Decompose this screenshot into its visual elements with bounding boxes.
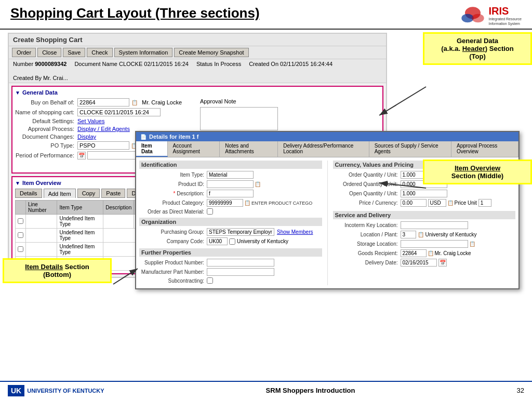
page-header: Shopping Cart Layout (Three sections) IR… bbox=[0, 0, 532, 30]
close-button[interactable]: Close bbox=[37, 48, 61, 57]
display-link[interactable]: Display bbox=[77, 134, 96, 140]
annotation-overview-subtitle: Section (Middle) bbox=[430, 172, 525, 180]
cal-icon-1[interactable]: 📅 bbox=[77, 152, 86, 159]
mfr-part-input[interactable] bbox=[207, 268, 274, 276]
goods-recipient-name: Mr. Craig Locke bbox=[435, 250, 471, 256]
order-direct-row: Order as Direct Material: bbox=[139, 208, 322, 215]
row-line bbox=[26, 243, 57, 257]
footer-center-text: SRM Shoppers Introduction bbox=[266, 387, 355, 394]
check-button[interactable]: Check bbox=[87, 48, 112, 57]
row-checkbox[interactable] bbox=[16, 215, 26, 229]
product-id-input[interactable] bbox=[207, 180, 254, 188]
buy-on-behalf-name: Mr. Craig Locke bbox=[142, 99, 182, 105]
company-code-checkbox[interactable] bbox=[229, 238, 235, 245]
period-label: Period of Performance: bbox=[15, 152, 77, 158]
tab-delivery[interactable]: Delivery Address/Performance Location bbox=[278, 141, 369, 157]
location-input[interactable] bbox=[401, 231, 416, 238]
goods-recipient-input[interactable] bbox=[401, 249, 427, 257]
product-id-icon: 📋 bbox=[255, 181, 261, 187]
item-collapse-icon: ▼ bbox=[15, 180, 20, 186]
mfr-part-row: Manufacturer Part Number: bbox=[139, 268, 322, 276]
po-type-input[interactable] bbox=[77, 141, 129, 150]
incoterm-row: Incoterm Key Location: bbox=[333, 221, 516, 229]
storage-row: Storage Location: 📋 bbox=[333, 240, 516, 248]
storage-input[interactable] bbox=[401, 240, 468, 248]
row-checkbox[interactable] bbox=[16, 243, 26, 257]
supplier-product-input[interactable] bbox=[207, 259, 274, 267]
product-category-row: Product Category: 📋 ENTER PRODUCT CATEGO bbox=[139, 199, 322, 207]
approval-note-label: Approval Note bbox=[200, 98, 236, 104]
buy-on-behalf-input[interactable] bbox=[77, 98, 129, 107]
description-row: * Description: bbox=[139, 190, 322, 197]
annotation-details-bottom: (Bottom) bbox=[9, 271, 105, 278]
order-direct-checkbox[interactable] bbox=[207, 208, 213, 215]
display-edit-agents-link[interactable]: Display / Edit Agents bbox=[77, 126, 130, 132]
approval-note-textarea[interactable] bbox=[200, 107, 278, 130]
incoterm-input[interactable] bbox=[401, 221, 468, 229]
annotation-general-subtitle: (a.k.a. Header) Section bbox=[430, 45, 525, 52]
item-overview-title: Item Overview bbox=[22, 180, 61, 186]
company-code-input[interactable] bbox=[207, 237, 228, 245]
page-title: Shopping Cart Layout (Three sections) bbox=[10, 5, 260, 21]
tab-item-data[interactable]: Item Data bbox=[136, 141, 168, 157]
toolbar: Order Close Save Check System Informatio… bbox=[9, 46, 386, 59]
period-end-input[interactable] bbox=[87, 151, 139, 159]
purchasing-group-input[interactable] bbox=[207, 228, 274, 236]
row-checkbox[interactable] bbox=[16, 229, 26, 243]
currency-input[interactable] bbox=[428, 199, 446, 207]
row-line bbox=[26, 215, 57, 229]
tab-notes[interactable]: Notes and Attachments bbox=[220, 141, 278, 157]
delivery-date-row: Delivery Date: 📅 bbox=[333, 259, 516, 267]
subcontracting-label: Subcontracting: bbox=[139, 278, 207, 284]
default-settings-label: Default Settings: bbox=[15, 118, 77, 124]
col-type: Item Type bbox=[57, 201, 103, 215]
description-input[interactable] bbox=[207, 190, 254, 197]
show-members-link[interactable]: Show Members bbox=[277, 229, 313, 235]
general-data-title: General Data bbox=[22, 89, 58, 96]
item-type-row: Item Type: bbox=[139, 171, 322, 179]
open-qty-input[interactable] bbox=[401, 190, 447, 197]
add-item-btn[interactable]: Add Item bbox=[44, 189, 76, 198]
goods-recipient-label: Goods Recipient: bbox=[333, 250, 401, 256]
save-button[interactable]: Save bbox=[63, 48, 85, 57]
order-qty-label: Order Quantity / Unit: bbox=[333, 172, 401, 178]
row-type: Undefined Item Type bbox=[57, 229, 103, 243]
doc-name-label: Document Name bbox=[74, 61, 117, 67]
price-input[interactable] bbox=[401, 199, 427, 207]
buy-on-behalf-row: Buy on Behalf of: 📋 Mr. Craig Locke bbox=[15, 98, 195, 107]
memory-snapshot-button[interactable]: Create Memory Snapshot bbox=[174, 48, 248, 57]
delivery-cal-icon[interactable]: 📅 bbox=[438, 259, 447, 267]
tab-approval[interactable]: Approval Process Overview bbox=[451, 141, 518, 157]
subcontracting-row: Subcontracting: bbox=[139, 277, 322, 284]
approval-note-row: Approval Note bbox=[200, 98, 380, 105]
location-label: Location / Plant: bbox=[333, 232, 401, 237]
svg-point-1 bbox=[461, 14, 473, 23]
system-info-button[interactable]: System Information bbox=[114, 48, 173, 57]
col-desc: Description bbox=[103, 201, 134, 215]
subcontracting-checkbox[interactable] bbox=[207, 277, 213, 284]
tab-sources[interactable]: Sources of Supply / Service Agents bbox=[369, 141, 451, 157]
col-line: Line Number bbox=[26, 201, 57, 215]
delivery-date-input[interactable] bbox=[401, 259, 437, 267]
order-button[interactable]: Order bbox=[12, 48, 36, 57]
price-row: Price / Currency: 📋 Price Unit bbox=[333, 199, 516, 207]
cart-name-input[interactable] bbox=[77, 108, 161, 116]
detail-tabs: Item Data Account Assignment Notes and A… bbox=[136, 141, 518, 157]
annotation-details-section: Section bbox=[65, 263, 89, 271]
product-category-input[interactable] bbox=[207, 199, 243, 207]
location-icon: 📋 bbox=[418, 232, 424, 237]
price-unit-input[interactable] bbox=[478, 199, 491, 207]
product-id-row: Product ID: 📋 bbox=[139, 180, 322, 188]
uk-logo: UK UNIVERSITY OF KENTUCKY bbox=[8, 385, 104, 396]
number-value: 9000089342 bbox=[35, 61, 66, 67]
po-type-label: PO Type: bbox=[15, 142, 77, 149]
item-type-input[interactable] bbox=[207, 171, 254, 179]
delivery-date-label: Delivery Date: bbox=[333, 260, 401, 265]
copy-btn[interactable]: Copy bbox=[77, 189, 100, 198]
product-id-label: Product ID: bbox=[139, 181, 207, 187]
set-values-link[interactable]: Set Values bbox=[77, 118, 104, 124]
details-btn[interactable]: Details bbox=[15, 189, 42, 198]
tab-account[interactable]: Account Assignment bbox=[168, 141, 220, 157]
service-delivery-title: Service and Delivery bbox=[333, 211, 516, 219]
paste-btn[interactable]: Paste bbox=[101, 189, 125, 198]
